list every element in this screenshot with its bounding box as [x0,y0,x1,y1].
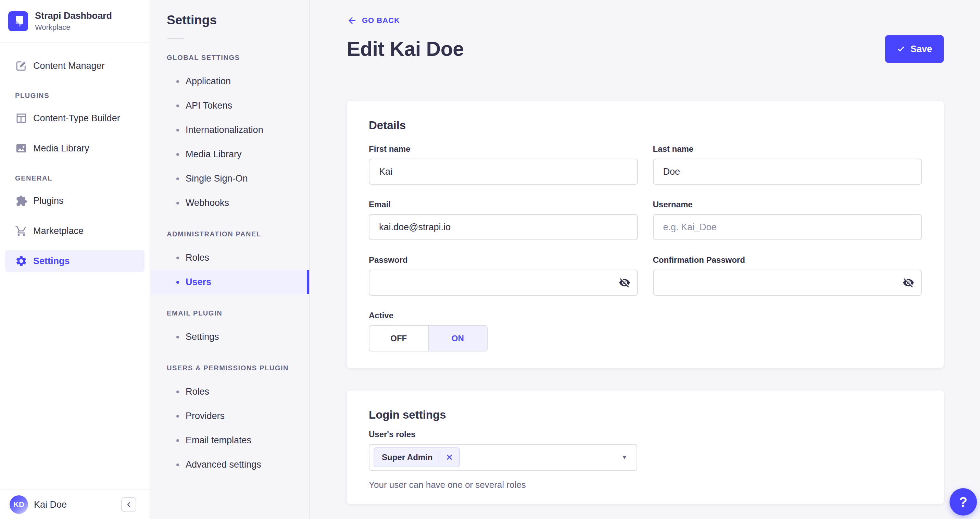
subnav-item-label: Advanced settings [186,459,261,470]
subnav-item-label: Roles [186,253,209,263]
arrow-left-icon [347,16,357,26]
toggle-password-visibility-button[interactable] [615,273,635,293]
active-toggle: OFF ON [369,325,488,352]
user-roles-label: User's roles [369,430,922,439]
brand-subtitle: Workplace [35,23,112,32]
subnav-title: Settings [167,13,309,27]
remove-role-icon[interactable]: ✕ [439,452,459,463]
login-settings-card: Login settings User's roles Super Admin … [347,390,944,504]
active-toggle-off[interactable]: OFF [369,326,428,351]
subnav-item-internationalization[interactable]: Internationalization [150,118,309,142]
last-name-input[interactable] [653,159,922,185]
confirmation-password-input[interactable] [653,270,922,296]
content-manager-icon [15,60,27,72]
sidebar-item-content-type-builder[interactable]: Content-Type Builder [5,107,145,129]
subnav-item-label: API Tokens [186,100,232,111]
subnav-item-label: Providers [186,411,224,421]
sidebar-item-media-library[interactable]: Media Library [5,137,145,159]
subnav-item-providers[interactable]: Providers [150,404,309,428]
subnav-item-single-sign-on[interactable]: Single Sign-On [150,167,309,191]
subnav-section-administration-panel: ADMINISTRATION PANEL [167,230,309,238]
cart-icon [15,225,27,237]
subnav-item-label: Application [186,76,231,87]
first-name-label: First name [369,144,638,154]
subnav-item-media-library[interactable]: Media Library [150,142,309,167]
password-input[interactable] [369,270,638,296]
email-input[interactable] [369,214,638,240]
sidebar-item-label: Media Library [33,143,89,154]
details-card: Details First name Last name Email [347,101,944,368]
go-back-label: GO BACK [362,16,400,25]
subnav-item-label: Single Sign-On [186,174,248,184]
sidebar-item-settings[interactable]: Settings [5,250,145,272]
confirmation-password-field-group: Confirmation Password [653,255,922,296]
app-root: Strapi Dashboard Workplace Content Manag… [0,0,980,519]
username-input[interactable] [653,214,922,240]
password-field-group: Password [369,255,638,296]
help-button[interactable]: ? [950,488,977,516]
sidebar-nav: Content Manager PLUGINS Content-Type Bui… [0,43,150,490]
last-name-field-group: Last name [653,144,922,185]
subnav-item-admin-users[interactable]: Users [150,270,309,294]
go-back-link[interactable]: GO BACK [347,16,400,26]
roles-helper-text: Your user can have one or several roles [369,479,922,490]
subnav-item-up-roles[interactable]: Roles [150,380,309,404]
strapi-logo-icon[interactable] [8,11,28,31]
sidebar-item-label: Plugins [33,196,64,206]
user-roles-select[interactable]: Super Admin ✕ ▼ [369,444,637,471]
subnav-item-email-templates[interactable]: Email templates [150,428,309,452]
eye-off-icon [903,277,914,288]
avatar[interactable]: KD [10,495,28,514]
settings-subnav: Settings GLOBAL SETTINGS Application API… [150,0,310,519]
subnav-item-label: Internationalization [186,125,263,135]
role-tag-super-admin[interactable]: Super Admin ✕ [374,447,460,467]
first-name-field-group: First name [369,144,638,185]
subnav-section-global-settings: GLOBAL SETTINGS [167,54,309,62]
subnav-item-advanced-settings[interactable]: Advanced settings [150,452,309,477]
active-toggle-on[interactable]: ON [428,326,487,351]
sidebar-item-label: Content-Type Builder [33,113,120,124]
first-name-input[interactable] [369,159,638,185]
main-content: GO BACK Edit Kai Doe Save Details First … [310,0,980,519]
subnav-item-application[interactable]: Application [150,69,309,94]
sidebar-section-plugins: PLUGINS [0,92,150,100]
sidebar-item-plugins[interactable]: Plugins [5,190,145,212]
gear-icon [15,255,27,267]
page-title: Edit Kai Doe [347,37,464,60]
subnav-item-label: Email templates [186,435,251,446]
content-type-builder-icon [15,112,27,124]
save-button[interactable]: Save [885,35,944,63]
brand-text: Strapi Dashboard Workplace [35,11,112,32]
sidebar-footer: KD Kai Doe [0,490,150,519]
username-label: Username [653,200,922,209]
details-fields-grid: First name Last name Email [369,144,922,352]
last-name-label: Last name [653,144,922,154]
puzzle-icon [15,194,27,207]
main-sidebar: Strapi Dashboard Workplace Content Manag… [0,0,150,519]
subnav-item-api-tokens[interactable]: API Tokens [150,94,309,118]
details-card-title: Details [369,119,922,132]
collapse-sidebar-button[interactable] [121,497,136,512]
caret-down-icon: ▼ [621,454,628,461]
subnav-item-label: Media Library [186,149,242,160]
subnav-list-administration-panel: Roles Users [150,238,309,294]
subnav-item-email-settings[interactable]: Settings [150,325,309,349]
save-button-label: Save [910,44,932,54]
subnav-item-webhooks[interactable]: Webhooks [150,191,309,215]
sidebar-item-label: Marketplace [33,226,84,236]
brand-header: Strapi Dashboard Workplace [0,0,150,43]
sidebar-item-content-manager[interactable]: Content Manager [5,55,145,77]
password-label: Password [369,255,638,265]
subnav-item-label: Settings [186,332,219,342]
email-field-group: Email [369,200,638,240]
subnav-section-users-permissions-plugin: USERS & PERMISSIONS PLUGIN [167,364,309,372]
role-tag-label: Super Admin [382,452,433,462]
subnav-list-email-plugin: Settings [150,317,309,349]
subnav-item-admin-roles[interactable]: Roles [150,246,309,270]
eye-off-icon [619,277,630,288]
subnav-section-email-plugin: EMAIL PLUGIN [167,309,309,317]
toggle-confirmation-password-visibility-button[interactable] [899,273,918,293]
username-field-group: Username [653,200,922,240]
sidebar-item-marketplace[interactable]: Marketplace [5,220,145,242]
active-label: Active [369,311,638,320]
